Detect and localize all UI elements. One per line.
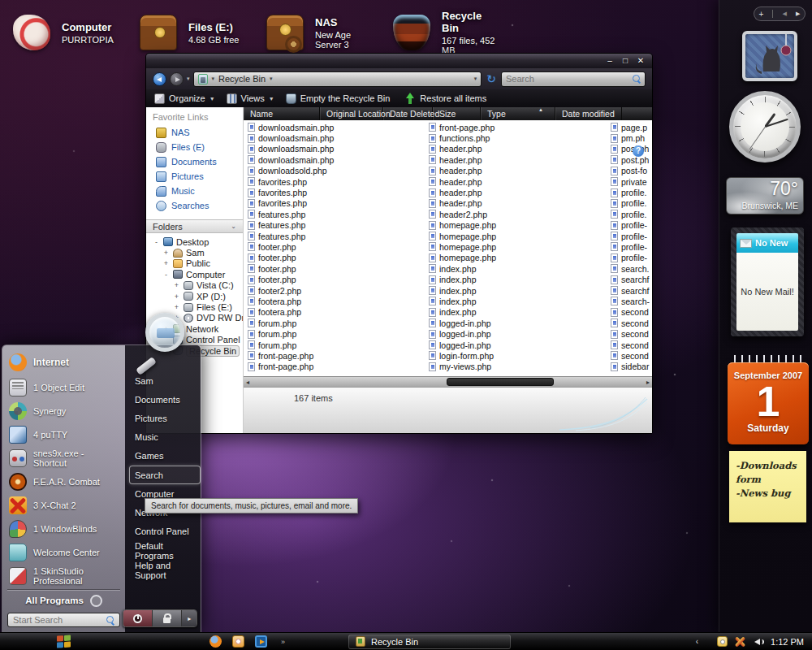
file-item[interactable]: downloadsmain.php [248,122,425,132]
start-menu-item[interactable]: 1 Object Edit [6,375,122,399]
file-item[interactable]: footer.php [248,241,425,252]
start-menu-place[interactable]: Default Programs [135,541,201,561]
close-button[interactable]: ✕ [636,56,646,66]
column-header[interactable]: Date Deleted [383,107,433,120]
start-menu-place[interactable]: Games [135,447,201,466]
scroll-right-arrow[interactable]: ▸ [646,379,650,386]
tree-expander[interactable]: + [173,281,180,289]
file-item[interactable]: header.php [429,154,606,165]
file-item[interactable]: post-fo [611,166,652,176]
prev-page-button[interactable]: ◀ [783,11,787,17]
back-button[interactable] [153,72,166,86]
file-item[interactable]: forum.php [248,328,425,339]
file-item[interactable]: search- [611,296,652,306]
start-search-input[interactable] [13,615,103,625]
desktop-icon[interactable]: Files (E:) 4.68 GB free [140,10,244,55]
photo-gadget[interactable] [742,31,797,81]
tree-expander[interactable]: + [173,314,180,322]
tree-item[interactable]: + Sam [151,247,243,258]
tree-item[interactable]: + Files (E:) [151,301,243,312]
search-input[interactable] [506,74,629,84]
add-gadget-button[interactable]: + [759,10,764,19]
start-menu-place[interactable]: Control Panel [135,522,201,541]
favorite-link[interactable]: Music [146,184,243,198]
quick-launch-overflow[interactable]: » [281,638,285,646]
tray-xchat-icon[interactable] [735,636,745,647]
start-menu-place[interactable]: Music [135,428,201,447]
start-menu-place[interactable]: Documents [135,390,201,409]
next-page-button[interactable]: ▶ [796,11,800,17]
address-dropdown[interactable]: ▾ [474,76,477,82]
tree-expander[interactable]: + [162,259,170,267]
desktop-icon[interactable]: NAS New Age Server 3 [266,10,370,55]
toolbar-button[interactable]: Restore all items [405,93,490,104]
lock-button[interactable] [152,610,181,626]
column-header[interactable]: Original Location [320,107,383,120]
column-header[interactable]: Name [244,107,320,120]
crumb-caret[interactable]: ▾ [270,76,273,82]
weather-gadget[interactable]: 70° Brunswick, ME [726,177,804,214]
favorite-link[interactable]: Files (E) [146,140,243,154]
tree-item[interactable]: - Computer [151,269,243,280]
help-button[interactable]: ? [633,145,644,157]
file-item[interactable]: index.php [429,263,606,274]
file-item[interactable]: second [611,350,652,361]
file-item[interactable]: features.php [248,231,425,241]
file-item[interactable]: page.p [611,122,652,132]
tree-expander[interactable]: + [173,292,180,301]
desktop-icon[interactable]: Computer PURRTOPIA [13,10,117,55]
start-search-box[interactable] [7,613,120,627]
tree-expander[interactable]: - [153,238,160,246]
file-item[interactable]: sidebar [611,362,652,372]
titlebar[interactable]: – □ ✕ [146,54,652,68]
file-item[interactable]: index.php [429,285,606,296]
start-button[interactable] [57,635,71,648]
file-item[interactable]: second [611,307,652,318]
search-icon[interactable] [106,616,114,624]
file-item[interactable]: second [611,340,652,350]
file-item[interactable]: header.php [429,198,606,209]
calendar-gadget[interactable]: September 2007 1 Saturday [728,355,809,444]
tree-expander[interactable]: + [173,303,180,311]
tray-expand-chevron[interactable]: ‹ [696,637,698,646]
maximize-button[interactable]: □ [620,56,630,66]
folders-band[interactable]: Folders ⌄ [146,219,243,233]
tree-item[interactable]: - Desktop [151,236,243,247]
file-item[interactable]: homepage.php [429,231,606,241]
taskbar-task-recycle-bin[interactable]: Recycle Bin [348,635,511,649]
media-player-quicklaunch-icon[interactable] [255,635,267,648]
all-programs-button[interactable]: All Programs [6,592,122,610]
file-item[interactable]: features.php [248,220,425,231]
file-item[interactable]: downloadsmain.php [248,144,425,154]
favorite-link[interactable]: NAS [146,125,243,140]
sticky-note-gadget[interactable]: -Downloadsform-News bug [729,451,806,522]
file-item[interactable]: favorites.php [248,198,425,209]
tree-expander[interactable]: + [162,325,170,333]
minimize-button[interactable]: – [605,56,615,66]
file-item[interactable]: header.php [429,176,606,187]
file-item[interactable]: profile. [611,198,652,209]
tree-item[interactable]: + DVD RW Drive (F: [151,313,243,323]
file-item[interactable]: front-page.php [429,122,606,132]
start-menu-item[interactable]: 4 puTTY [6,422,122,446]
file-item[interactable]: homepage.php [429,241,606,252]
file-item[interactable]: header.php [429,144,606,154]
file-item[interactable]: footer2.php [248,285,425,296]
breadcrumb-location[interactable]: Recycle Bin [218,74,266,84]
file-item[interactable]: footer.php [248,253,425,263]
file-item[interactable]: homepage.php [429,253,606,263]
file-item[interactable]: footer.php [248,263,425,274]
file-item[interactable]: footer.php [248,274,425,284]
start-menu-item[interactable]: 1 WindowBlinds [6,517,122,540]
file-item[interactable]: front-page.php [248,350,425,361]
file-item[interactable]: second [611,318,652,328]
column-header[interactable]: Size [433,107,481,120]
start-menu-place[interactable]: Search [129,466,201,485]
sidebar-controls[interactable]: + ◀ ▶ [754,6,806,21]
file-item[interactable]: index.php [429,274,606,284]
shutdown-options-button[interactable]: ▸ [181,610,197,626]
file-item[interactable]: footera.php [248,307,425,318]
tray-clock-icon[interactable] [717,636,728,647]
mail-gadget[interactable]: No New No New Mail! [731,228,804,336]
forward-button[interactable] [170,72,184,86]
